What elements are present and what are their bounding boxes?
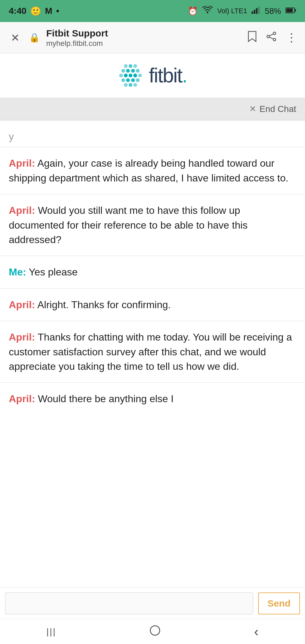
svg-point-29 <box>124 83 128 87</box>
svg-point-9 <box>267 35 269 38</box>
nav-back-icon[interactable]: ‹ <box>254 624 258 639</box>
msg-text-3: Yes please <box>26 266 78 278</box>
svg-point-8 <box>273 32 276 35</box>
fitbit-wordmark: fitbit. <box>149 64 187 87</box>
svg-point-18 <box>131 69 135 73</box>
status-bar: 4:40 🙂 M • ⏰ Vol) LTE1 58% <box>0 0 305 22</box>
end-chat-close-icon: ✕ <box>249 104 256 114</box>
end-chat-label: End Chat <box>259 104 296 114</box>
send-button[interactable]: Send <box>258 592 300 614</box>
svg-point-16 <box>121 69 125 73</box>
sender-april-5: April: <box>9 331 35 343</box>
chat-msg-1: April: Again, your case is already being… <box>0 147 305 194</box>
svg-point-26 <box>126 78 130 82</box>
partial-top-text: y <box>9 131 14 142</box>
nav-menu-icon[interactable]: ||| <box>47 627 56 637</box>
fitbit-logo-area: fitbit. <box>0 53 305 98</box>
end-chat-button[interactable]: ✕ End Chat <box>249 104 296 114</box>
svg-point-15 <box>133 64 137 68</box>
signal-icon <box>252 6 260 16</box>
fitbit-logo-icon <box>118 63 143 88</box>
chat-msg-2: April: Would you still want me to have t… <box>0 194 305 256</box>
browser-close-button[interactable]: ✕ <box>8 30 23 45</box>
browser-url-area: Fitbit Support myhelp.fitbit.com <box>46 28 241 48</box>
share-icon[interactable] <box>266 31 276 44</box>
svg-point-0 <box>207 12 208 13</box>
svg-point-10 <box>273 38 276 41</box>
bookmark-icon[interactable] <box>247 31 257 45</box>
chat-msg-3: Me: Yes please <box>0 256 305 288</box>
wifi-icon <box>202 6 213 16</box>
sender-april-4: April: <box>9 299 35 310</box>
chat-msg-partial-bottom: April: Would there be anything else I <box>0 383 305 412</box>
svg-point-27 <box>131 78 135 82</box>
msg-text-2: Would you still want me to have this fol… <box>9 205 248 245</box>
svg-point-30 <box>129 83 132 87</box>
svg-line-11 <box>269 34 273 36</box>
browser-action-icons: ⋮ <box>247 31 297 45</box>
browser-url: myhelp.fitbit.com <box>46 39 241 48</box>
msg-text-1: Again, your case is already being handle… <box>9 158 288 183</box>
nav-home-icon[interactable] <box>149 625 161 639</box>
svg-point-25 <box>121 78 125 82</box>
gmail-icon: M <box>45 6 52 16</box>
svg-rect-6 <box>295 9 296 12</box>
alarm-icon: ⏰ <box>188 6 198 16</box>
svg-point-21 <box>124 74 128 77</box>
msg-text-4: Alright. Thanks for confirming. <box>35 299 171 310</box>
sender-me-3: Me: <box>9 266 26 278</box>
svg-point-13 <box>124 64 128 68</box>
svg-rect-7 <box>286 8 293 12</box>
chat-input-area: Send <box>0 587 305 619</box>
msg-text-partial: Would there be anything else I <box>35 393 174 404</box>
android-nav-bar: ||| ‹ <box>0 619 305 644</box>
svg-point-17 <box>126 69 130 73</box>
svg-point-23 <box>133 74 137 77</box>
svg-point-24 <box>138 74 142 77</box>
chat-msg-partial-top: y <box>0 120 305 147</box>
svg-rect-32 <box>150 626 160 635</box>
end-chat-bar: ✕ End Chat <box>0 98 305 120</box>
svg-point-20 <box>119 74 123 77</box>
svg-line-12 <box>269 37 273 39</box>
status-left: 4:40 🙂 M • <box>9 6 59 16</box>
chat-text-input[interactable] <box>5 592 253 614</box>
browser-title: Fitbit Support <box>46 28 241 39</box>
smiley-icon: 🙂 <box>30 6 41 16</box>
status-time: 4:40 <box>9 6 26 16</box>
sender-april-partial: April: <box>9 393 35 404</box>
svg-point-14 <box>129 64 132 68</box>
msg-text-5: Thanks for chatting with me today. You w… <box>9 331 292 372</box>
svg-rect-2 <box>254 10 255 14</box>
chat-msg-5: April: Thanks for chatting with me today… <box>0 321 305 383</box>
chat-msg-4: April: Alright. Thanks for confirming. <box>0 289 305 321</box>
battery-icon <box>286 6 296 16</box>
svg-point-31 <box>133 83 137 87</box>
svg-rect-1 <box>252 11 253 14</box>
svg-point-28 <box>136 78 140 82</box>
browser-toolbar: ✕ 🔒 Fitbit Support myhelp.fitbit.com ⋮ <box>0 22 305 53</box>
svg-point-22 <box>129 74 132 77</box>
svg-rect-4 <box>258 7 260 14</box>
status-right: ⏰ Vol) LTE1 58% <box>188 6 296 16</box>
menu-icon[interactable]: ⋮ <box>286 31 297 44</box>
sender-april-2: April: <box>9 205 35 216</box>
chat-area: y April: Again, your case is already bei… <box>0 120 305 413</box>
sender-april-1: April: <box>9 158 35 169</box>
browser-lock-icon: 🔒 <box>29 32 40 43</box>
svg-point-19 <box>136 69 140 73</box>
dot-indicator: • <box>56 6 59 16</box>
lte-label: Vol) LTE1 <box>217 7 247 15</box>
svg-rect-3 <box>256 8 258 14</box>
battery-percent: 58% <box>265 6 281 16</box>
